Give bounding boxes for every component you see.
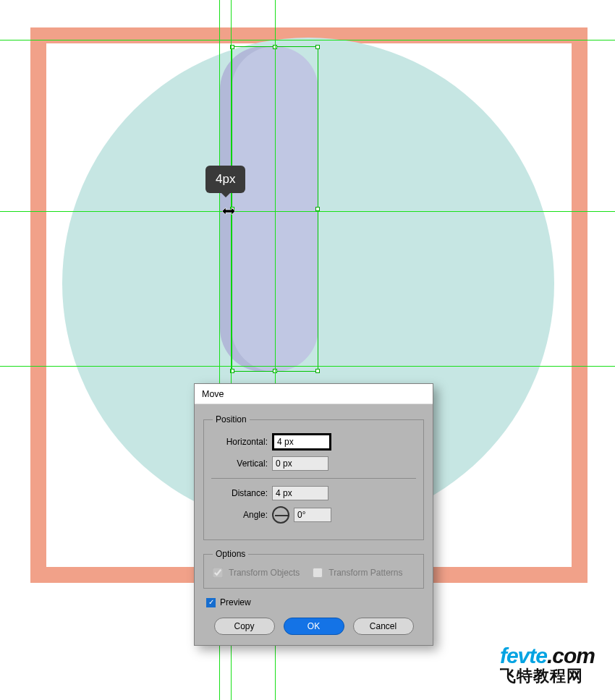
- watermark-line1: fevte.com: [500, 644, 595, 668]
- watermark-line2: 飞特教程网: [500, 665, 595, 687]
- separator: [211, 478, 416, 479]
- cancel-button[interactable]: Cancel: [353, 618, 414, 635]
- transform-objects-label: Transform Objects: [229, 568, 300, 578]
- transform-patterns-option: Transform Patterns: [313, 568, 402, 578]
- transform-objects-option: Transform Objects: [213, 568, 300, 578]
- ruler-guide-horizontal[interactable]: [0, 40, 615, 40]
- dialog-body: Position Horizontal: Vertical: Distance:…: [195, 404, 433, 645]
- vertical-input[interactable]: [272, 456, 328, 471]
- vertical-row: Vertical:: [213, 456, 415, 471]
- preview-row[interactable]: ✓ Preview: [206, 597, 424, 607]
- copy-button-label: Copy: [234, 621, 254, 631]
- distance-label: Distance:: [213, 488, 272, 498]
- dialog-button-row: Copy OK Cancel: [203, 618, 424, 635]
- horizontal-label: Horizontal:: [213, 437, 272, 447]
- preview-checkbox[interactable]: ✓: [206, 598, 216, 607]
- ok-button[interactable]: OK: [284, 618, 344, 635]
- angle-input[interactable]: [294, 508, 331, 522]
- copy-button[interactable]: Copy: [214, 618, 275, 635]
- measurement-tooltip-text: 4px: [216, 172, 235, 186]
- angle-label: Angle:: [213, 510, 272, 520]
- horizontal-input[interactable]: [272, 433, 331, 451]
- ruler-guide-horizontal[interactable]: [0, 366, 615, 367]
- angle-dial-icon[interactable]: [272, 506, 289, 524]
- ruler-guide-horizontal[interactable]: [0, 211, 615, 212]
- watermark-brand-a: fevte: [500, 644, 547, 667]
- distance-input[interactable]: [272, 486, 328, 500]
- preview-label: Preview: [220, 597, 251, 607]
- selection-handle-se[interactable]: [315, 369, 320, 373]
- move-cursor-icon: [221, 206, 236, 216]
- measurement-tooltip: 4px: [205, 166, 245, 193]
- horizontal-row: Horizontal:: [213, 433, 415, 451]
- cancel-button-label: Cancel: [370, 621, 396, 631]
- options-fieldset: Options Transform Objects Transform Patt…: [203, 549, 424, 589]
- dialog-title: Move: [202, 389, 224, 399]
- distance-row: Distance:: [213, 486, 415, 500]
- move-dialog: Move Position Horizontal: Vertical: Dist…: [194, 383, 433, 646]
- illustrator-canvas: 4px Move Position Horizontal: Vertical:: [0, 0, 615, 700]
- options-legend: Options: [213, 549, 248, 559]
- angle-row: Angle:: [213, 506, 415, 524]
- transform-objects-checkbox: [213, 568, 223, 578]
- position-legend: Position: [213, 414, 250, 424]
- dialog-titlebar[interactable]: Move: [195, 384, 433, 404]
- site-watermark: fevte.com 飞特教程网: [500, 644, 595, 687]
- watermark-brand-b: .com: [547, 644, 595, 667]
- transform-patterns-checkbox: [313, 568, 323, 578]
- position-fieldset: Position Horizontal: Vertical: Distance:…: [203, 414, 424, 540]
- selection-handle-ne[interactable]: [315, 45, 320, 49]
- vertical-label: Vertical:: [213, 458, 272, 469]
- ok-button-label: OK: [308, 621, 320, 631]
- transform-patterns-label: Transform Patterns: [328, 568, 402, 578]
